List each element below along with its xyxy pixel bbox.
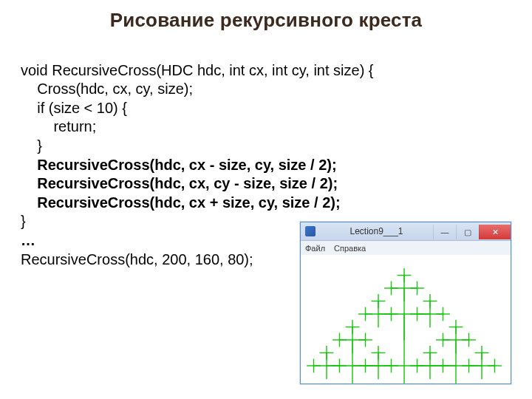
code-line: }: [21, 213, 26, 229]
app-icon: [305, 226, 316, 236]
code-line-bold: RecursiveCross(hdc, cx, cy - size, size …: [21, 175, 338, 191]
menu-file[interactable]: Файл: [305, 244, 325, 253]
code-line: }: [21, 137, 42, 154]
drawing-canvas: [301, 255, 511, 383]
close-button[interactable]: ✕: [479, 225, 511, 239]
app-window: Lection9___1 — ▢ ✕ Файл Справка: [300, 222, 511, 384]
fractal-svg: [301, 255, 511, 383]
maximize-button[interactable]: ▢: [456, 225, 479, 239]
code-line-bold: RecursiveCross(hdc, cx - size, cy, size …: [21, 157, 337, 173]
minimize-button[interactable]: —: [433, 225, 456, 239]
code-line: void RecursiveCross(HDC hdc, int cx, int…: [21, 62, 374, 78]
window-buttons: — ▢ ✕: [433, 223, 511, 239]
slide: Рисование рекурсивного креста void Recur…: [0, 0, 532, 399]
code-line: Cross(hdc, cx, cy, size);: [21, 81, 193, 97]
code-line: return;: [21, 118, 96, 134]
menu-help[interactable]: Справка: [334, 244, 366, 253]
code-line: RecursiveCross(hdc, 200, 160, 80);: [21, 251, 253, 267]
window-menubar: Файл Справка: [301, 241, 511, 256]
window-titlebar[interactable]: Lection9___1 — ▢ ✕: [301, 222, 511, 241]
code-ellipsis: …: [21, 232, 35, 248]
slide-title: Рисование рекурсивного креста: [21, 9, 511, 32]
code-line: if (size < 10) {: [21, 100, 127, 116]
code-line-bold: RecursiveCross(hdc, cx + size, cy, size …: [21, 194, 341, 211]
window-title: Lection9___1: [320, 226, 433, 236]
